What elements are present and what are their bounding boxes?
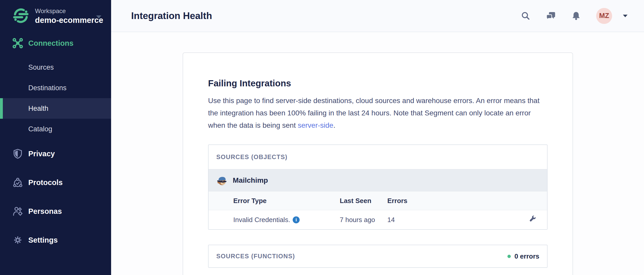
chevron-down-icon[interactable] bbox=[96, 15, 102, 19]
sidebar-item-label: Protocols bbox=[28, 178, 63, 187]
sidebar-item-label: Sources bbox=[28, 63, 54, 71]
workspace-text: Workspace demo-ecommerce bbox=[35, 7, 103, 25]
card-heading: Failing Integrations bbox=[208, 78, 548, 89]
functions-status: 0 errors bbox=[507, 252, 539, 260]
sources-objects-panel: SOURCES (OBJECTS) Mailchimp bbox=[208, 144, 548, 230]
sidebar-item-label: Health bbox=[28, 105, 48, 113]
card-description: Use this page to find server-side destin… bbox=[208, 95, 545, 132]
integration-name: Mailchimp bbox=[233, 176, 268, 185]
server-side-link[interactable]: server-side bbox=[298, 121, 333, 129]
top-bar: Integration Health MZ bbox=[111, 0, 644, 32]
last-seen-cell: 7 hours ago bbox=[340, 216, 387, 224]
wrench-icon[interactable] bbox=[529, 215, 537, 223]
table-row: Invalid Credentials.i 7 hours ago 14 bbox=[209, 210, 547, 229]
description-text: Use this page to find server-side destin… bbox=[208, 97, 540, 129]
personas-icon bbox=[12, 206, 23, 217]
app-root: Workspace demo-ecommerce bbox=[0, 0, 644, 275]
sidebar: Workspace demo-ecommerce bbox=[0, 0, 111, 275]
workspace-switcher[interactable]: Workspace demo-ecommerce bbox=[0, 0, 111, 31]
sidebar-sections: Privacy Protocols bbox=[0, 143, 111, 250]
info-icon[interactable]: i bbox=[293, 216, 300, 223]
sidebar-item-privacy[interactable]: Privacy bbox=[0, 143, 111, 164]
sidebar-item-destinations[interactable]: Destinations bbox=[0, 78, 111, 98]
col-error-type: Error Type bbox=[233, 197, 340, 205]
connections-icon bbox=[12, 38, 23, 49]
sidebar-item-label: Privacy bbox=[28, 150, 55, 158]
mailchimp-logo-icon bbox=[216, 175, 227, 186]
sidebar-item-label: Personas bbox=[28, 207, 62, 216]
chevron-down-icon[interactable] bbox=[622, 14, 628, 18]
content-area: Failing Integrations Use this page to fi… bbox=[111, 32, 644, 275]
error-type-cell: Invalid Credentials.i bbox=[233, 216, 340, 224]
protocols-icon bbox=[12, 177, 23, 188]
row-action bbox=[529, 215, 547, 225]
search-icon[interactable] bbox=[521, 11, 531, 21]
col-last-seen: Last Seen bbox=[340, 197, 387, 205]
sidebar-item-connections[interactable]: Connections bbox=[0, 31, 111, 55]
sources-objects-title: SOURCES (OBJECTS) bbox=[209, 145, 547, 169]
sidebar-item-health[interactable]: Health bbox=[0, 98, 111, 119]
bell-icon[interactable] bbox=[571, 11, 581, 21]
sidebar-item-protocols[interactable]: Protocols bbox=[0, 172, 111, 193]
connections-sub-list: Sources Destinations Health Catalog bbox=[0, 57, 111, 139]
main-column: Integration Health MZ bbox=[111, 0, 644, 275]
description-period: . bbox=[333, 121, 335, 129]
errors-cell: 14 bbox=[387, 216, 529, 224]
sidebar-item-label: Destinations bbox=[28, 84, 67, 92]
table-header-row: Error Type Last Seen Errors bbox=[209, 191, 547, 210]
error-type-text: Invalid Credentials. bbox=[233, 216, 290, 224]
sources-functions-title: SOURCES (FUNCTIONS) bbox=[216, 244, 295, 268]
failing-integrations-card: Failing Integrations Use this page to fi… bbox=[183, 52, 573, 275]
sidebar-item-label: Settings bbox=[28, 236, 58, 244]
status-text: 0 errors bbox=[514, 252, 539, 260]
shield-icon bbox=[12, 148, 23, 159]
sidebar-item-settings[interactable]: Settings bbox=[0, 230, 111, 250]
status-dot-green bbox=[507, 255, 511, 258]
topbar-actions: MZ bbox=[521, 8, 628, 24]
sidebar-item-label: Connections bbox=[28, 39, 74, 48]
avatar[interactable]: MZ bbox=[596, 8, 612, 24]
sources-functions-panel: SOURCES (FUNCTIONS) 0 errors bbox=[208, 245, 548, 268]
col-errors: Errors bbox=[387, 197, 547, 205]
workspace-name: demo-ecommerce bbox=[35, 15, 103, 25]
segment-logo-icon bbox=[12, 7, 29, 24]
sidebar-item-sources[interactable]: Sources bbox=[0, 57, 111, 78]
sidebar-item-personas[interactable]: Personas bbox=[0, 201, 111, 222]
sidebar-item-catalog[interactable]: Catalog bbox=[0, 119, 111, 139]
integration-row-mailchimp[interactable]: Mailchimp bbox=[209, 169, 547, 191]
page-title: Integration Health bbox=[131, 11, 212, 21]
workspace-label: Workspace bbox=[35, 7, 103, 15]
chat-icon[interactable] bbox=[546, 11, 556, 21]
gear-icon bbox=[12, 235, 23, 245]
sidebar-item-label: Catalog bbox=[28, 125, 52, 133]
